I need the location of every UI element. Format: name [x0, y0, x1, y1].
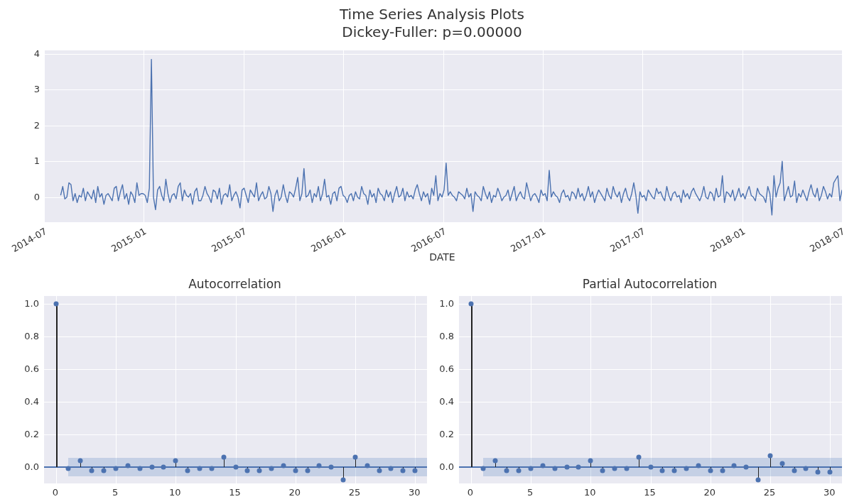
figure: Time Series Analysis Plots Dickey-Fuller… — [0, 0, 864, 504]
acf_panel-x-tick: 5 — [112, 487, 118, 498]
timeseries-y-tick: 0 — [21, 191, 40, 202]
timeseries-x-tick: 2016-07 — [409, 226, 448, 254]
pacf_panel-y-tick: 0.8 — [434, 331, 454, 341]
pacf_panel-x-tick: 25 — [764, 487, 776, 498]
pacf_panel-grid-v — [830, 296, 831, 483]
timeseries-y-tick: 2 — [21, 119, 40, 130]
pacf_panel-dot — [600, 468, 605, 473]
timeseries-x-tick: 2018-07 — [808, 226, 847, 254]
pacf-axes — [458, 295, 843, 484]
acf_panel-grid-v — [116, 296, 117, 483]
figure-title-line1: Time Series Analysis Plots — [0, 6, 864, 23]
acf-title: Autocorrelation — [43, 277, 426, 291]
timeseries-xlabel: DATE — [43, 251, 841, 263]
pacf_panel-y-tick: 0.0 — [434, 461, 454, 472]
acf_panel-x-tick: 20 — [288, 487, 301, 498]
acf_panel-x-tick: 10 — [169, 487, 181, 498]
acf_panel-dot — [53, 302, 58, 307]
figure-title-line2: Dickey-Fuller: p=0.00000 — [0, 23, 864, 41]
acf_panel-dot — [293, 468, 298, 473]
pacf_panel-dot — [660, 468, 665, 473]
acf_panel-dot — [341, 478, 346, 483]
acf_panel-dot — [413, 468, 418, 473]
timeseries-x-tick: 2015-01 — [109, 226, 148, 254]
pacf_panel-x-tick: 15 — [644, 487, 656, 498]
pacf_panel-dot — [576, 465, 581, 470]
pacf_panel-dot — [672, 468, 677, 473]
acf_panel-dot — [221, 455, 226, 460]
pacf_panel-dot — [720, 468, 725, 473]
pacf_panel-dot — [792, 468, 796, 473]
acf_panel-dot — [389, 466, 394, 471]
pacf_panel-dot — [648, 465, 653, 470]
pacf-title: Partial Autocorrelation — [458, 277, 841, 291]
timeseries-axes — [43, 50, 843, 223]
acf_panel-y-tick: 0.2 — [19, 429, 39, 439]
pacf_panel-x-tick: 5 — [527, 487, 533, 498]
pacf_panel-dot — [529, 466, 534, 471]
pacf_panel-dot — [564, 465, 569, 470]
acf_panel-grid-v — [176, 296, 176, 483]
pacf_panel-dot — [696, 463, 701, 468]
pacf_panel-dot — [767, 453, 772, 458]
timeseries-y-tick: 3 — [21, 84, 40, 94]
timeseries-x-tick: 2017-01 — [509, 226, 548, 254]
timeseries-x-tick: 2017-07 — [608, 226, 647, 254]
pacf_panel-dot — [708, 468, 713, 473]
acf_panel-dot — [209, 466, 214, 471]
acf_panel-dot — [197, 466, 202, 471]
acf_panel-grid-v — [236, 296, 237, 483]
pacf_panel-grid-v — [531, 296, 531, 483]
acf_panel-y-tick: 0.0 — [19, 461, 39, 472]
pacf_panel-grid-v — [651, 296, 652, 483]
acf_panel-x-tick: 30 — [409, 487, 421, 498]
pacf_panel-grid-v — [711, 296, 711, 483]
pacf_panel-dot — [588, 458, 593, 463]
timeseries-grid-v — [842, 50, 843, 222]
acf_panel-dot — [269, 466, 274, 471]
timeseries-x-tick: 2016-01 — [309, 226, 348, 254]
acf_panel-dot — [352, 455, 357, 460]
pacf_panel-dot — [480, 466, 485, 471]
timeseries-x-tick: 2018-01 — [708, 226, 747, 254]
acf_panel-dot — [245, 468, 250, 473]
acf_panel-y-tick: 1.0 — [19, 298, 39, 309]
acf-axes — [43, 295, 428, 484]
pacf_panel-y-tick: 0.4 — [434, 396, 454, 407]
acf_panel-y-tick: 0.8 — [19, 331, 39, 341]
acf_panel-dot — [137, 466, 142, 471]
acf_panel-dot — [281, 463, 286, 468]
pacf_panel-dot — [540, 463, 545, 468]
acf_panel-x-tick: 0 — [53, 487, 58, 498]
acf_panel-dot — [173, 458, 178, 463]
timeseries-y-tick: 1 — [21, 155, 40, 166]
acf_panel-grid-v — [296, 296, 296, 483]
acf_panel-dot — [401, 468, 406, 473]
pacf_panel-dot — [804, 466, 809, 471]
pacf_panel-y-tick: 0.2 — [434, 429, 454, 439]
acf_panel-dot — [65, 466, 70, 471]
timeseries-y-tick: 4 — [21, 48, 40, 59]
pacf_panel-dot — [504, 468, 509, 473]
pacf_panel-y-tick: 0.6 — [434, 363, 454, 374]
acf_panel-dot — [161, 465, 166, 470]
pacf_panel-dot — [828, 469, 833, 474]
acf_panel-y-tick: 0.6 — [19, 363, 39, 374]
acf_panel-stem — [56, 304, 58, 467]
figure-title: Time Series Analysis Plots Dickey-Fuller… — [0, 6, 864, 41]
pacf_panel-y-tick: 1.0 — [434, 298, 454, 309]
pacf_panel-dot — [624, 466, 629, 471]
acf_panel-dot — [149, 465, 154, 470]
pacf_panel-dot — [552, 466, 557, 471]
pacf_panel-dot — [684, 466, 689, 471]
acf_panel-dot — [77, 458, 82, 463]
acf_panel-dot — [102, 468, 107, 473]
acf_panel-dot — [233, 465, 238, 470]
timeseries-x-tick: 2015-07 — [210, 226, 249, 254]
pacf_panel-dot — [517, 468, 522, 473]
acf_panel-dot — [317, 463, 322, 468]
acf_panel-dot — [185, 468, 190, 473]
acf_panel-dot — [377, 468, 382, 473]
pacf_panel-dot — [816, 469, 821, 474]
pacf_panel-dot — [468, 302, 473, 307]
